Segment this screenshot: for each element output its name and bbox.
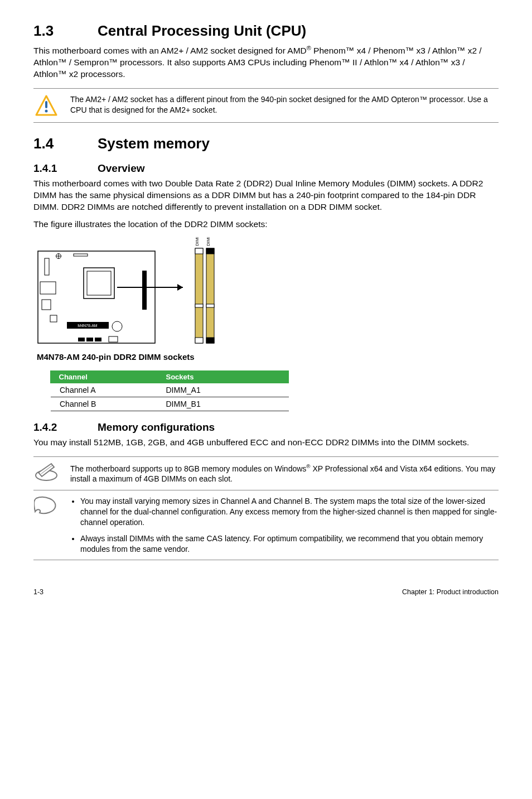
- svg-rect-5: [45, 258, 49, 275]
- caution-callout: The AM2+ / AM2 socket has a different pi…: [33, 88, 499, 123]
- cell-socket: DIMM_A1: [157, 383, 289, 397]
- caution-text: The AM2+ / AM2 socket has a different pi…: [59, 94, 499, 115]
- diagram-caption: M4N78-AM 240-pin DDR2 DIMM sockets: [37, 352, 499, 362]
- footer-page-number: 1-3: [33, 588, 43, 596]
- svg-rect-23: [195, 248, 203, 343]
- text-fragment: This motherboard comes with an AM2+ / AM…: [33, 46, 307, 55]
- tip-list-item: Always install DIMMs with the same CAS l…: [80, 533, 499, 555]
- caution-icon: [33, 94, 59, 117]
- note-callout: The motherboard supports up to 8GB memor…: [33, 456, 499, 490]
- text-fragment: The motherboard supports up to 8GB memor…: [70, 464, 306, 473]
- dimm-slot-b1: [206, 248, 214, 343]
- svg-rect-20: [142, 271, 147, 310]
- sec141-body2: The figure illustrates the location of t…: [33, 219, 499, 230]
- svg-rect-10: [87, 271, 111, 295]
- sec141-body1: This motherboard comes with two Double D…: [33, 178, 499, 213]
- tip-list-item: You may install varying memory sizes in …: [80, 496, 499, 528]
- svg-rect-1: [45, 101, 47, 108]
- svg-rect-14: [86, 338, 93, 341]
- page: 1.3 Central Processing Unit (CPU) This m…: [0, 0, 532, 613]
- svg-rect-6: [40, 282, 56, 294]
- sec13-body: This motherboard comes with an AM2+ / AM…: [33, 44, 499, 80]
- table-header-channel: Channel: [50, 370, 157, 383]
- svg-rect-30: [206, 304, 214, 307]
- heading-title: Central Processing Unit (CPU): [98, 22, 306, 40]
- tip-callout: You may install varying memory sizes in …: [33, 490, 499, 560]
- cell-channel: Channel A: [50, 383, 157, 397]
- channel-table: Channel Sockets Channel A DIMM_A1 Channe…: [49, 370, 289, 411]
- registered-mark: ®: [307, 45, 311, 51]
- table-header-row: Channel Sockets: [50, 370, 289, 383]
- tip-text: You may install varying memory sizes in …: [59, 496, 499, 554]
- svg-rect-27: [206, 248, 214, 343]
- table-row: Channel A DIMM_A1: [50, 383, 289, 397]
- cell-socket: DIMM_B1: [157, 397, 289, 411]
- tip-icon: [33, 496, 59, 516]
- svg-point-2: [45, 109, 48, 112]
- svg-rect-9: [84, 268, 114, 299]
- svg-rect-3: [38, 251, 155, 343]
- svg-rect-16: [109, 336, 118, 342]
- heading-1-4-2: 1.4.2 Memory configurations: [33, 421, 499, 434]
- dimm-diagram: M4N78-AM: [33, 237, 499, 362]
- heading-number: 1.4: [33, 135, 98, 152]
- svg-marker-22: [177, 284, 183, 291]
- heading-1-4-1: 1.4.1 Overview: [33, 162, 499, 175]
- svg-rect-25: [195, 338, 203, 343]
- svg-rect-8: [50, 315, 57, 322]
- heading-number: 1.4.1: [33, 162, 98, 175]
- registered-mark: ®: [306, 463, 310, 469]
- note-text: The motherboard supports up to 8GB memor…: [59, 463, 499, 484]
- svg-point-12: [112, 321, 122, 331]
- svg-rect-26: [195, 304, 203, 307]
- note-icon: [33, 463, 59, 482]
- page-footer: 1-3 Chapter 1: Product introduction: [33, 588, 499, 596]
- table-row: Channel B DIMM_B1: [50, 397, 289, 411]
- svg-rect-7: [42, 300, 51, 310]
- svg-rect-28: [206, 248, 214, 254]
- svg-rect-15: [95, 338, 101, 341]
- board-label: M4N78-AM: [78, 324, 98, 328]
- sec142-body: You may install 512MB, 1GB, 2GB, and 4GB…: [33, 437, 499, 449]
- heading-title: Overview: [98, 162, 145, 175]
- heading-number: 1.4.2: [33, 421, 98, 434]
- svg-rect-4: [74, 254, 88, 256]
- cell-channel: Channel B: [50, 397, 157, 411]
- svg-rect-24: [195, 248, 203, 254]
- heading-1-3: 1.3 Central Processing Unit (CPU): [33, 22, 499, 40]
- svg-rect-13: [78, 338, 85, 341]
- table-header-sockets: Sockets: [157, 370, 289, 383]
- svg-rect-29: [206, 338, 214, 343]
- heading-title: System memory: [98, 135, 210, 152]
- heading-number: 1.3: [33, 22, 98, 40]
- heading-title: Memory configurations: [98, 421, 215, 434]
- slot-label-a1: DIMM_A1: [195, 237, 200, 246]
- footer-chapter: Chapter 1: Product introduction: [402, 588, 499, 596]
- dimm-slot-a1: [195, 248, 203, 343]
- slot-label-b1: DIMM_B1: [206, 237, 211, 246]
- heading-1-4: 1.4 System memory: [33, 135, 499, 152]
